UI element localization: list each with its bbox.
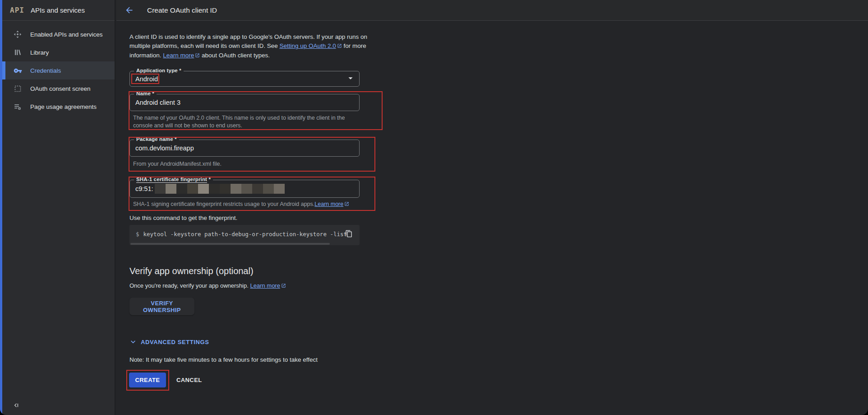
- agreements-icon: [9, 103, 27, 111]
- collapse-sidebar-icon: [13, 402, 20, 409]
- sidebar-item-label: Library: [30, 49, 49, 56]
- dropdown-caret-icon: [346, 73, 356, 85]
- sidebar-item-label: Credentials: [30, 67, 61, 74]
- settings-note-text: Note: It may take five minutes to a few …: [129, 356, 318, 363]
- sha1-redacted-block: [176, 184, 187, 194]
- api-logo: API: [10, 6, 24, 14]
- sha1-redacted-block: [155, 184, 166, 194]
- verify-ownership-button[interactable]: VERIFY OWNERSHIP: [129, 298, 194, 315]
- create-button[interactable]: CREATE: [129, 373, 166, 387]
- sha1-redacted-block: [274, 184, 285, 194]
- sha1-redacted-block: [220, 184, 231, 194]
- name-input[interactable]: Name * Android client 3: [129, 94, 360, 111]
- verify-ownership-heading: Verify app ownership (optional): [129, 266, 254, 276]
- learn-more-link-intro[interactable]: Learn more: [163, 52, 200, 59]
- verify-ownership-body: Once you're ready, verify your app owner…: [129, 282, 286, 289]
- learn-more-link-sha1[interactable]: Learn more: [314, 201, 349, 207]
- sidebar-item-credentials[interactable]: Credentials: [2, 61, 115, 79]
- package-name-value: com.devlomi.fireapp: [130, 140, 359, 156]
- back-button[interactable]: [123, 4, 135, 17]
- sha1-redacted-block: [166, 184, 176, 194]
- sidebar-item-label: Enabled APIs and services: [30, 31, 103, 38]
- sidebar-item-label: Page usage agreements: [30, 103, 97, 110]
- library-icon: [9, 48, 27, 56]
- setting-up-oauth-link[interactable]: Setting up OAuth 2.0: [279, 42, 342, 49]
- sha1-label: SHA-1 certificate fingerprint *: [134, 177, 213, 182]
- enabled-apis-icon: [9, 30, 27, 38]
- sidebar-item-label: OAuth consent screen: [30, 85, 91, 92]
- sha1-value-prefix: c9:51:: [135, 185, 153, 192]
- sha1-redacted-block: [209, 184, 220, 194]
- sidebar-nav: Enabled APIs and services Library Creden…: [2, 25, 115, 116]
- application-type-value: Android: [130, 71, 359, 86]
- product-title: APIs and services: [31, 6, 85, 14]
- main-area: Create OAuth client ID A client ID is us…: [116, 0, 868, 415]
- chevron-down-icon: [129, 337, 138, 346]
- external-link-icon: [337, 43, 342, 48]
- external-link-icon: [344, 201, 349, 206]
- sidebar: API APIs and services Enabled APIs and s…: [2, 0, 115, 415]
- sidebar-collapse-button[interactable]: [10, 399, 23, 411]
- package-name-label: Package name *: [134, 136, 179, 142]
- sidebar-header: API APIs and services: [2, 0, 115, 21]
- sha1-redacted-block: [241, 184, 252, 194]
- cancel-button[interactable]: CANCEL: [174, 373, 205, 387]
- learn-more-link-verify[interactable]: Learn more: [250, 282, 286, 289]
- key-icon: [9, 66, 27, 75]
- sha1-redacted-block: [187, 184, 198, 194]
- selected-indicator: [2, 61, 5, 79]
- sidebar-item-page-usage[interactable]: Page usage agreements: [2, 98, 115, 116]
- code-scrollbar-horizontal[interactable]: [130, 243, 330, 245]
- shell-prompt: $: [136, 231, 139, 238]
- page-content: A client ID is used to identify a single…: [116, 21, 868, 415]
- sidebar-item-oauth-consent[interactable]: OAuth consent screen: [2, 79, 115, 98]
- back-arrow-icon: [125, 5, 134, 15]
- application-type-select[interactable]: Application type * Android: [129, 71, 360, 87]
- sha1-fingerprint-input[interactable]: SHA-1 certificate fingerprint * c9:51:: [129, 180, 360, 198]
- intro-paragraph: A client ID is used to identify a single…: [129, 33, 380, 60]
- external-link-icon: [281, 283, 286, 288]
- sha1-redacted-blocks: [155, 184, 285, 194]
- sha1-redacted-block: [231, 184, 241, 194]
- package-helper-text: From your AndroidManifest.xml file.: [133, 160, 222, 168]
- external-link-icon: [195, 53, 200, 58]
- command-code-block: $ keytool -keystore path-to-debug-or-pro…: [129, 225, 360, 245]
- copy-command-button[interactable]: [345, 230, 353, 238]
- advanced-settings-label: ADVANCED SETTINGS: [141, 339, 209, 345]
- sha1-redacted-block: [252, 184, 263, 194]
- sha1-redacted-block: [263, 184, 274, 194]
- command-text: keytool -keystore path-to-debug-or-produ…: [143, 231, 347, 238]
- intro-text: about OAuth client types.: [200, 52, 270, 59]
- sha1-helper-text: SHA-1 signing certificate fingerprint re…: [133, 201, 349, 208]
- package-name-input[interactable]: Package name * com.devlomi.fireapp: [129, 140, 360, 157]
- name-label: Name *: [134, 91, 157, 96]
- application-type-label: Application type *: [134, 68, 184, 73]
- page-title: Create OAuth client ID: [147, 6, 217, 14]
- name-value: Android client 3: [130, 94, 359, 111]
- command-intro-text: Use this command to get the fingerprint.: [129, 214, 237, 221]
- page-header: Create OAuth client ID: [116, 0, 868, 21]
- window-accent-strip: [0, 0, 2, 415]
- sidebar-item-enabled-apis[interactable]: Enabled APIs and services: [2, 25, 115, 43]
- sha1-redacted-block: [198, 184, 209, 194]
- name-helper-text: The name of your OAuth 2.0 client. This …: [133, 114, 350, 129]
- copy-icon: [345, 230, 353, 238]
- advanced-settings-toggle[interactable]: ADVANCED SETTINGS: [129, 337, 209, 346]
- sidebar-item-library[interactable]: Library: [2, 43, 115, 61]
- app-window: API APIs and services Enabled APIs and s…: [0, 0, 868, 415]
- command-line: $ keytool -keystore path-to-debug-or-pro…: [129, 225, 360, 243]
- consent-screen-icon: [9, 85, 27, 93]
